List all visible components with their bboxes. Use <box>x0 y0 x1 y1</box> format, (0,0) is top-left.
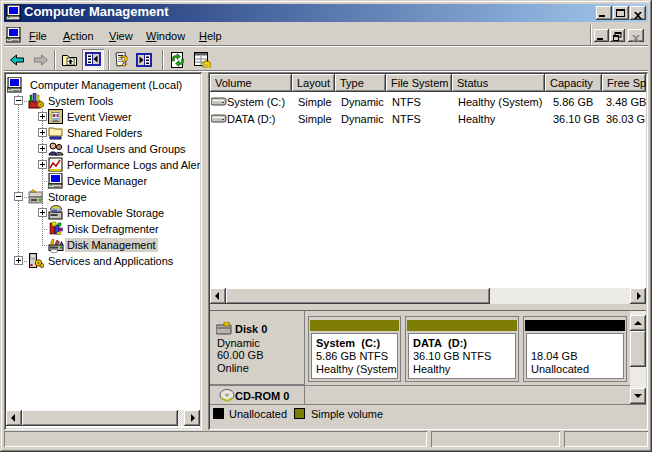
svg-text:?: ? <box>121 53 129 68</box>
